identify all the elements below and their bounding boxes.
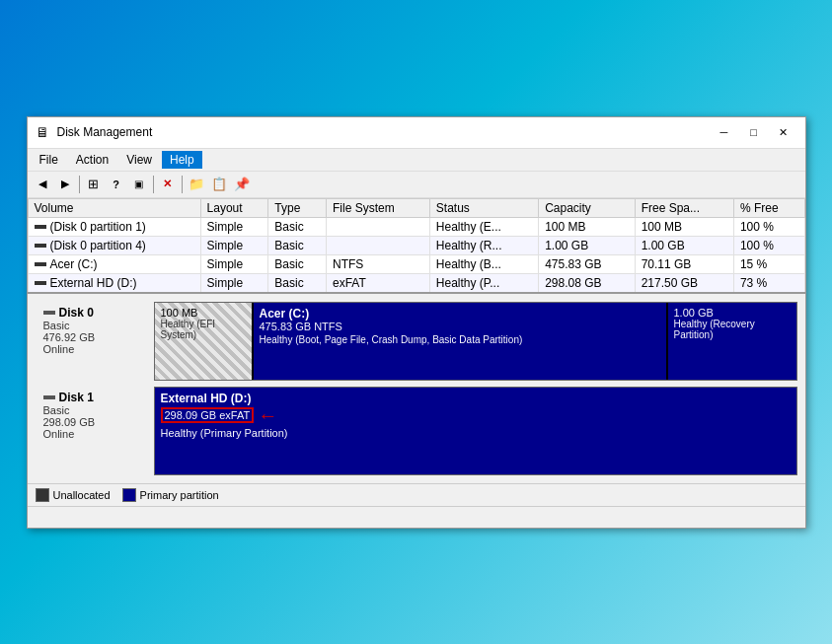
disk1-d-partition[interactable]: External HD (D:) 298.09 GB exFAT ← Healt… [155, 388, 796, 474]
primary-partition-icon [122, 488, 136, 502]
cell-volume: (Disk 0 partition 1) [28, 217, 200, 236]
cell-status: Healthy (P... [429, 273, 538, 293]
disk0-size: 476.92 GB [43, 331, 146, 343]
c-name: Acer (C:) [260, 307, 660, 321]
c-fs: 475.83 GB NTFS [260, 321, 660, 332]
table-row[interactable]: Acer (C:) Simple Basic NTFS Healthy (B..… [28, 254, 804, 273]
cell-pct: 100 % [733, 236, 804, 254]
disk0-row: Disk 0 Basic 476.92 GB Online 100 MB Hea… [36, 302, 797, 381]
d-status: Healthy (Primary Partition) [161, 427, 791, 439]
cell-status: Healthy (E... [429, 217, 538, 236]
cell-type: Basic [268, 217, 327, 236]
cell-free: 217.50 GB [635, 273, 733, 293]
red-arrow-icon: ← [258, 405, 277, 425]
cell-volume: External HD (D:) [28, 273, 200, 293]
cell-fs [326, 236, 429, 254]
table-row[interactable]: (Disk 0 partition 1) Simple Basic Health… [28, 217, 804, 236]
legend-unallocated: Unallocated [36, 488, 111, 502]
cell-capacity: 298.08 GB [539, 273, 635, 293]
open-folder-button[interactable]: 📁 [186, 174, 207, 195]
col-layout: Layout [200, 198, 268, 217]
toolbar: ◀ ▶ ⊞ ? ▣ ✕ 📁 📋 📌 [28, 172, 805, 198]
cell-free: 100 MB [635, 217, 733, 236]
pin-button[interactable]: 📌 [231, 174, 253, 195]
cell-layout: Simple [200, 236, 268, 254]
menu-view[interactable]: View [118, 151, 160, 169]
delete-button[interactable]: ✕ [157, 174, 179, 195]
cell-pct: 73 % [733, 273, 804, 293]
cell-type: Basic [268, 273, 327, 293]
disk0-c-partition[interactable]: Acer (C:) 475.83 GB NTFS Healthy (Boot, … [254, 303, 668, 380]
status-bar [28, 506, 805, 528]
legend-primary: Primary partition [122, 488, 219, 502]
col-type: Type [268, 198, 327, 217]
title-bar: 🖥 Disk Management ─ □ ✕ [28, 117, 805, 149]
disk0-name: Disk 0 [43, 306, 146, 320]
properties-button[interactable]: ⊞ [83, 174, 105, 195]
menu-action[interactable]: Action [68, 151, 116, 169]
cell-capacity: 475.83 GB [539, 254, 635, 273]
col-pctfree: % Free [733, 198, 804, 217]
table-row[interactable]: (Disk 0 partition 4) Simple Basic Health… [28, 236, 804, 254]
cell-pct: 15 % [733, 254, 804, 273]
toolbar-separator-3 [182, 176, 183, 193]
disk0-efi-partition[interactable]: 100 MB Healthy (EFI System) [155, 303, 254, 380]
disk0-partitions: 100 MB Healthy (EFI System) Acer (C:) 47… [154, 302, 797, 381]
forward-button[interactable]: ▶ [54, 174, 76, 195]
toolbar-separator-1 [79, 176, 80, 193]
cell-volume: Acer (C:) [28, 254, 200, 273]
unallocated-icon [36, 488, 49, 502]
cell-status: Healthy (R... [429, 236, 538, 254]
display-button[interactable]: ▣ [128, 174, 150, 195]
col-volume: Volume [28, 198, 200, 217]
disk-visual-area: Disk 0 Basic 476.92 GB Online 100 MB Hea… [28, 294, 805, 483]
maximize-button[interactable]: □ [740, 122, 768, 142]
recovery-status: Healthy (Recovery Partition) [674, 319, 791, 340]
disk0-type: Basic [43, 320, 146, 331]
minimize-button[interactable]: ─ [711, 122, 738, 142]
cell-pct: 100 % [733, 217, 804, 236]
app-icon: 🖥 [36, 124, 51, 140]
close-button[interactable]: ✕ [770, 122, 797, 142]
cell-fs [326, 217, 429, 236]
cell-free: 70.11 GB [635, 254, 733, 273]
back-button[interactable]: ◀ [32, 174, 53, 195]
col-status: Status [429, 198, 538, 217]
cell-layout: Simple [200, 254, 268, 273]
menu-bar: File Action View Help [28, 149, 805, 172]
col-freespace: Free Spa... [635, 198, 733, 217]
disk-management-window: 🖥 Disk Management ─ □ ✕ File Action View… [27, 116, 806, 529]
cell-status: Healthy (B... [429, 254, 538, 273]
legend-area: Unallocated Primary partition [28, 483, 805, 506]
cell-type: Basic [268, 254, 327, 273]
efi-status: Healthy (EFI System) [161, 319, 246, 340]
disk1-partitions: External HD (D:) 298.09 GB exFAT ← Healt… [154, 387, 797, 475]
disk0-label: Disk 0 Basic 476.92 GB Online [36, 302, 154, 381]
menu-file[interactable]: File [32, 151, 66, 169]
cell-free: 1.00 GB [635, 236, 733, 254]
cell-fs: exFAT [326, 273, 429, 293]
disk0-recovery-partition[interactable]: 1.00 GB Healthy (Recovery Partition) [668, 303, 796, 380]
help-button[interactable]: ? [106, 174, 127, 195]
col-filesystem: File System [326, 198, 429, 217]
disk1-type: Basic [43, 404, 146, 416]
d-size-highlighted: 298.09 GB exFAT [161, 407, 255, 423]
disk1-row: Disk 1 Basic 298.09 GB Online External H… [36, 387, 797, 475]
c-status: Healthy (Boot, Page File, Crash Dump, Ba… [260, 334, 660, 345]
menu-help[interactable]: Help [162, 151, 202, 169]
cell-type: Basic [268, 236, 327, 254]
cell-capacity: 1.00 GB [539, 236, 635, 254]
efi-size: 100 MB [161, 307, 246, 319]
window-controls: ─ □ ✕ [711, 122, 797, 142]
disk1-status: Online [43, 428, 146, 440]
disk0-status: Online [43, 343, 146, 355]
recovery-size: 1.00 GB [674, 307, 791, 319]
window-title: Disk Management [57, 125, 711, 139]
toolbar-separator-2 [153, 176, 154, 193]
table-row[interactable]: External HD (D:) Simple Basic exFAT Heal… [28, 273, 804, 293]
paste-button[interactable]: 📋 [208, 174, 230, 195]
cell-volume: (Disk 0 partition 4) [28, 236, 200, 254]
cell-layout: Simple [200, 273, 268, 293]
volume-table: Volume Layout Type File System Status Ca… [28, 198, 805, 294]
disk1-name: Disk 1 [43, 391, 146, 404]
